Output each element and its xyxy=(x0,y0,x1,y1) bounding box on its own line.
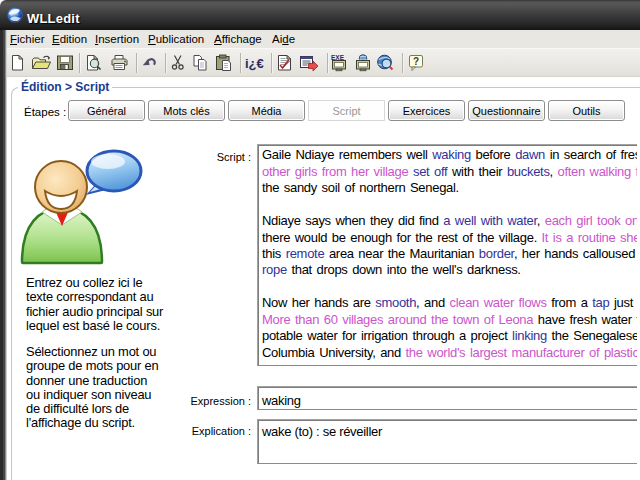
svg-text:?: ? xyxy=(413,56,419,67)
svg-text:i¿€: i¿€ xyxy=(245,56,264,71)
svg-text:EXE: EXE xyxy=(331,54,345,61)
